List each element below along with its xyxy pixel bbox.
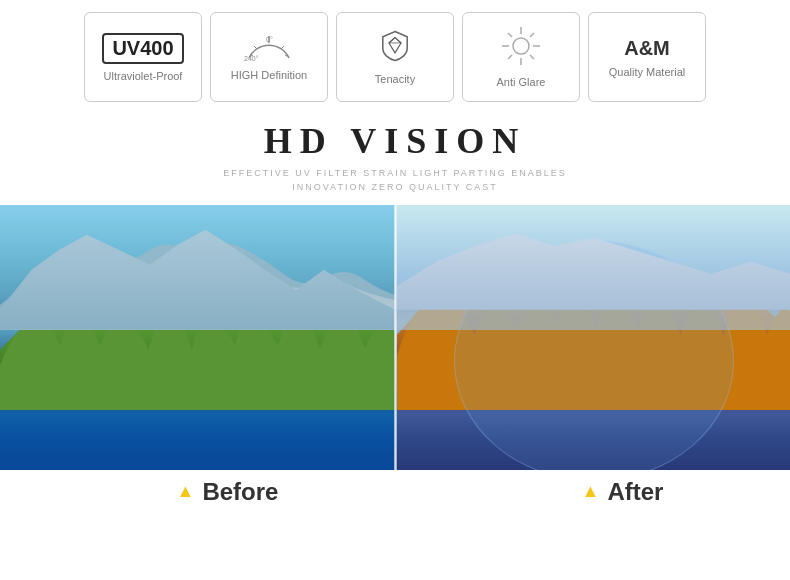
comparison-container <box>0 205 790 470</box>
before-triangle-icon: ▲ <box>177 481 195 502</box>
svg-line-9 <box>389 37 395 42</box>
after-label-container: ▲ After <box>395 478 790 506</box>
badge-uv400-subtitle: Ultraviolet-Proof <box>104 70 183 82</box>
before-image <box>0 205 395 470</box>
svg-marker-7 <box>389 37 401 52</box>
svg-text:240°: 240° <box>244 55 259 62</box>
hd-subtitle: EFFECTIVE UV FILTER STRAIN LIGHT PARTING… <box>0 166 790 195</box>
badge-uv400-title: UV400 <box>102 33 183 64</box>
badge-antiglare-subtitle: Anti Glare <box>497 76 546 88</box>
svg-point-11 <box>513 38 529 54</box>
after-label: After <box>607 478 663 506</box>
svg-line-10 <box>395 37 401 42</box>
diamond-icon <box>379 30 411 67</box>
badge-am-subtitle: Quality Material <box>609 66 685 78</box>
svg-line-2 <box>254 46 257 49</box>
after-image <box>395 205 790 470</box>
svg-point-21 <box>538 45 540 47</box>
after-triangle-icon: ▲ <box>582 481 600 502</box>
hd-subtitle-line2: INNOVATION ZERO QUALITY CAST <box>0 180 790 194</box>
hd-subtitle-line1: EFFECTIVE UV FILTER STRAIN LIGHT PARTING… <box>0 166 790 180</box>
svg-text:0°: 0° <box>266 36 273 43</box>
sun-icon <box>502 27 540 70</box>
divider-line <box>394 205 396 470</box>
badge-am-title: A&M <box>624 37 670 60</box>
hd-vision-heading: HD VISION <box>0 120 790 162</box>
badges-row: UV400 Ultraviolet-Proof 0° 240° HI <box>0 0 790 112</box>
before-label-container: ▲ Before <box>0 478 395 506</box>
svg-line-18 <box>530 33 534 37</box>
labels-row: ▲ Before ▲ After <box>0 470 790 514</box>
badge-am: A&M Quality Material <box>588 12 706 102</box>
badge-antiglare: Anti Glare <box>462 12 580 102</box>
before-label: Before <box>202 478 278 506</box>
hd-arc-icon: 0° 240° <box>244 33 294 63</box>
svg-line-16 <box>508 33 512 37</box>
badge-uv400: UV400 Ultraviolet-Proof <box>84 12 202 102</box>
badge-tenacity: Tenacity <box>336 12 454 102</box>
badge-tenacity-subtitle: Tenacity <box>375 73 415 85</box>
svg-line-17 <box>530 55 534 59</box>
badge-hd: 0° 240° HIGH Definition <box>210 12 328 102</box>
svg-point-22 <box>520 63 522 65</box>
svg-line-4 <box>281 46 284 49</box>
svg-line-19 <box>508 55 512 59</box>
svg-point-23 <box>502 45 504 47</box>
svg-point-20 <box>520 27 522 29</box>
badge-hd-subtitle: HIGH Definition <box>231 69 307 81</box>
